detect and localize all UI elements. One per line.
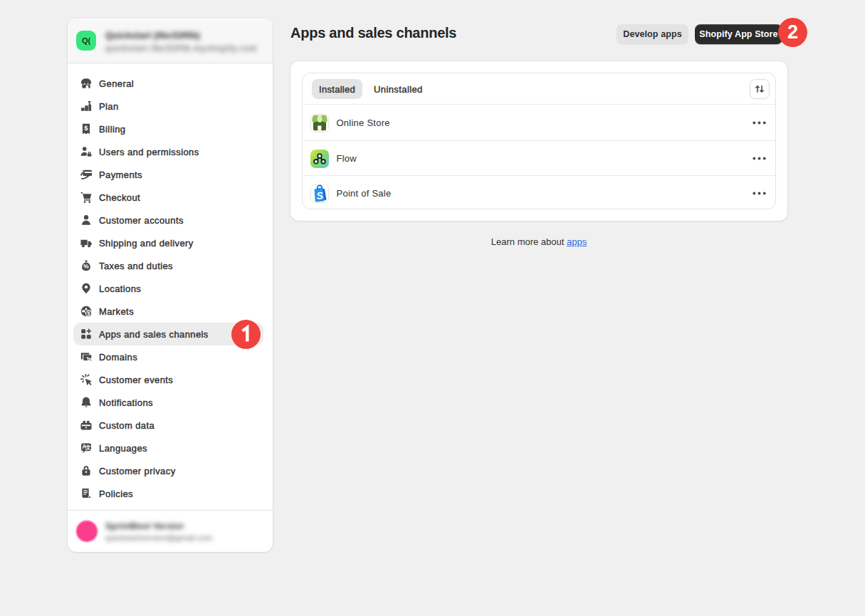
svg-text:$: $ [87,310,90,317]
svg-text:文: 文 [85,444,91,451]
svg-text:%: % [83,263,89,270]
svg-text:$: $ [84,124,88,132]
